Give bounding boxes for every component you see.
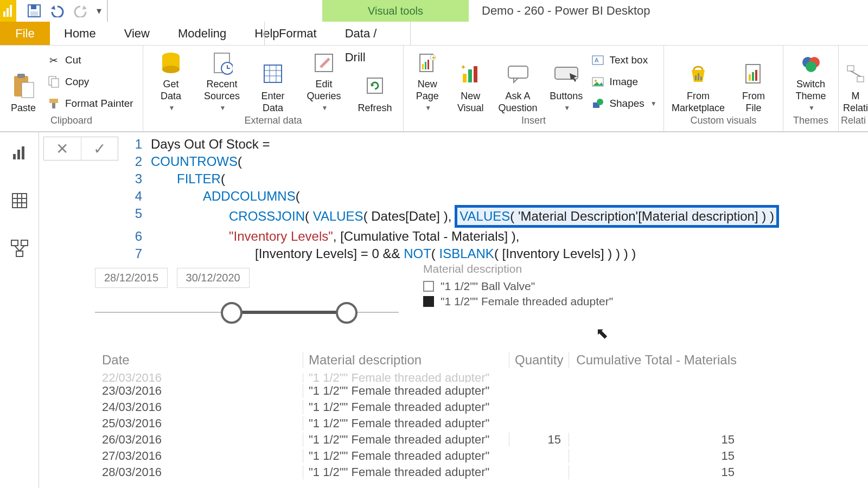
enter-data-icon: [262, 60, 284, 88]
svg-rect-66: [16, 251, 23, 256]
new-visual-button[interactable]: ✦New Visual: [451, 50, 490, 114]
qat-dropdown-icon[interactable]: ▾: [97, 5, 101, 17]
data-table[interactable]: Date Material description Quantity Cumul…: [102, 352, 748, 480]
quick-access-toolbar: ▾: [16, 0, 108, 22]
switch-theme-button[interactable]: Switch Theme▼: [788, 50, 834, 114]
refresh-button[interactable]: Refresh: [352, 50, 398, 114]
shapes-icon: [591, 98, 605, 109]
formula-editor[interactable]: 1Days Out Of Stock = 2COUNTROWS( 3FILTER…: [125, 132, 868, 266]
svg-rect-43: [695, 75, 697, 80]
enter-data-button[interactable]: Enter Data: [250, 50, 296, 114]
paste-button[interactable]: Paste: [4, 50, 42, 114]
tab-modeling[interactable]: Modeling: [164, 22, 240, 45]
slider-thumb-start[interactable]: [221, 302, 242, 324]
highlighted-expression: VALUES( 'Material Description'[Material …: [455, 205, 779, 228]
text-box-icon: A: [591, 55, 605, 65]
svg-rect-24: [367, 78, 382, 93]
col-date[interactable]: Date: [102, 352, 303, 368]
tab-view[interactable]: View: [110, 22, 164, 45]
data-view-button[interactable]: [9, 190, 30, 211]
copy-icon: [47, 76, 61, 88]
svg-line-55: [851, 71, 860, 76]
get-data-button[interactable]: Get Data▼: [148, 50, 194, 114]
tab-home[interactable]: Home: [50, 22, 110, 45]
date-slicer[interactable]: 28/12/2015 30/12/2020: [95, 268, 399, 331]
contextual-tab-label: Visual tools: [322, 0, 469, 22]
app-icon: [0, 0, 16, 22]
date-slider[interactable]: [95, 293, 399, 331]
save-icon[interactable]: [27, 4, 41, 18]
svg-point-15: [162, 66, 180, 73]
svg-rect-26: [422, 64, 424, 69]
svg-rect-44: [698, 73, 699, 80]
marketplace-icon: [686, 60, 710, 88]
ribbon-tabs: File Home View Modeling Help Format Data…: [0, 22, 868, 46]
edit-queries-button[interactable]: Edit Queries▼: [301, 50, 347, 114]
cut-button[interactable]: ✂Cut: [47, 52, 133, 69]
new-page-button[interactable]: ✦New Page▼: [408, 50, 447, 114]
col-material[interactable]: Material description: [303, 352, 509, 368]
from-file-button[interactable]: From File: [732, 50, 775, 114]
table-row[interactable]: 27/03/2016"1 1/2"" Female threaded adupt…: [102, 448, 748, 464]
svg-rect-2: [10, 5, 12, 17]
material-option-2[interactable]: "1 1/2"" Female threaded adupter": [423, 295, 613, 308]
copy-button[interactable]: Copy: [47, 73, 133, 91]
recent-sources-button[interactable]: Recent Sources▼: [199, 50, 245, 114]
material-slicer[interactable]: Material description "1 1/2"" Ball Valve…: [423, 262, 613, 310]
view-rail: [0, 132, 39, 488]
svg-text:A: A: [595, 57, 599, 63]
group-label-insert: Insert: [404, 115, 663, 131]
svg-rect-7: [17, 74, 25, 78]
document-title: Demo - 260 - Power BI Desktop: [469, 0, 868, 22]
table-row[interactable]: 22/03/2016"1 1/2"" Female threaded adupt…: [102, 373, 748, 383]
date-from-input[interactable]: 28/12/2015: [95, 268, 168, 288]
text-box-button[interactable]: AText box: [591, 52, 659, 69]
material-option-1[interactable]: "1 1/2"" Ball Valve": [423, 280, 613, 293]
edit-queries-icon: [313, 50, 335, 76]
switch-theme-icon: [800, 50, 822, 76]
format-painter-button[interactable]: Format Painter: [47, 95, 133, 112]
svg-rect-33: [474, 66, 477, 82]
paste-icon: [12, 72, 35, 100]
redo-icon[interactable]: [73, 4, 89, 17]
shapes-button[interactable]: Shapes▼: [591, 95, 659, 112]
svg-line-67: [15, 246, 20, 251]
checkbox-icon: [423, 281, 434, 292]
tab-file[interactable]: File: [0, 22, 50, 45]
svg-point-40: [595, 80, 597, 82]
svg-rect-32: [468, 69, 472, 82]
formula-cancel-button[interactable]: ✕: [44, 137, 81, 160]
tab-format[interactable]: Format: [265, 22, 331, 45]
model-view-button[interactable]: [9, 237, 30, 259]
table-row[interactable]: 23/03/2016"1 1/2"" Female threaded adupt…: [102, 383, 748, 399]
svg-rect-48: [752, 72, 754, 81]
refresh-icon: [364, 72, 386, 100]
svg-text:✦: ✦: [431, 55, 436, 61]
buttons-icon: [553, 60, 579, 88]
tab-data-drill[interactable]: Data / Drill: [331, 22, 410, 45]
buttons-button[interactable]: Buttons▼: [546, 50, 586, 114]
table-row[interactable]: 28/03/2016"1 1/2"" Female threaded adupt…: [102, 464, 748, 480]
group-label-external-data: External data: [143, 115, 403, 131]
slider-thumb-end[interactable]: [336, 302, 358, 324]
table-row[interactable]: 26/03/2016"1 1/2"" Female threaded adupt…: [102, 432, 748, 448]
svg-rect-1: [7, 8, 9, 17]
image-button[interactable]: Image: [591, 73, 659, 91]
from-marketplace-button[interactable]: From Marketplace: [668, 50, 728, 114]
date-to-input[interactable]: 30/12/2020: [177, 268, 250, 288]
svg-rect-31: [463, 74, 467, 82]
material-slicer-header: Material description: [423, 262, 613, 275]
col-quantity[interactable]: Quantity: [509, 352, 569, 368]
checkbox-checked-icon: [423, 296, 434, 307]
group-label-custom-visuals: Custom visuals: [664, 115, 783, 131]
report-view-button[interactable]: [9, 142, 30, 164]
svg-rect-4: [31, 5, 36, 9]
manage-relationships-button[interactable]: M Relati: [843, 50, 868, 114]
formula-commit-button[interactable]: ✓: [81, 137, 118, 160]
ask-question-button[interactable]: Ask A Question: [494, 50, 541, 114]
col-cumulative[interactable]: Cumulative Total - Materials: [569, 352, 742, 368]
table-row[interactable]: 24/03/2016"1 1/2"" Female threaded adupt…: [102, 399, 748, 415]
table-row[interactable]: 25/03/2016"1 1/2"" Female threaded adupt…: [102, 415, 748, 432]
undo-icon[interactable]: [49, 4, 65, 17]
image-icon: [591, 77, 605, 87]
